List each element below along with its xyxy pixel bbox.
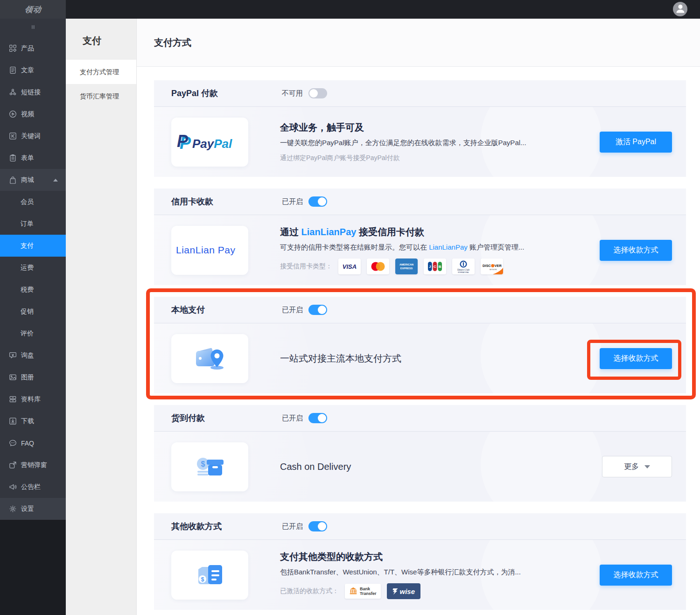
toggle-group: 不可用 [282, 88, 327, 98]
section-card-credit-card: LianLian Pay通过 LianLianPay 接受信用卡付款可支持的信用… [154, 215, 686, 285]
section-title: 本地支付 [171, 304, 282, 315]
card-title: 全球业务，触手可及 [280, 121, 600, 134]
toggle-knob [318, 306, 326, 314]
sidebar-item-video[interactable]: 视频 [0, 103, 66, 125]
visa-logo: VISA [338, 259, 361, 274]
sidebar-subitem-label: 支付 [21, 242, 34, 250]
toggle-switch-local-payment[interactable] [308, 305, 327, 315]
svg-text:PayPal: PayPal [192, 137, 232, 151]
section-header-paypal: PayPal 付款不可用 [154, 80, 686, 107]
svg-text:INTERNATIONAL: INTERNATIONAL [458, 272, 469, 273]
more-label: 更多 [624, 462, 639, 472]
section-card-local-payment: 一站式对接主流本地支付方式选择收款方式 [154, 323, 686, 393]
sidebar-item-inquiry[interactable]: 询盘 [0, 344, 66, 366]
sidebar-item-form[interactable]: 表单 [0, 147, 66, 169]
inline-link[interactable]: LianLianPay [429, 243, 468, 251]
section-card-other: $支付其他类型的收款方式包括BankTransfer、WestUnion、T/T… [154, 540, 686, 610]
choose-payment-button-other[interactable]: 选择收款方式 [600, 565, 672, 586]
sidebar-item-settings[interactable]: 设置 [0, 498, 66, 520]
payment-sections: PayPal 付款不可用PPPayPal全球业务，触手可及一键关联您的PayPa… [137, 67, 700, 610]
sidebar-item-popup[interactable]: 营销弹窗 [0, 454, 66, 476]
sidebar-item-shortlink[interactable]: 短链接 [0, 81, 66, 103]
card-note: 通过绑定PayPal商户账号接受PayPal付款 [280, 154, 600, 162]
card-title: 一站式对接主流本地支付方式 [280, 352, 600, 365]
sidebar-item-keyword[interactable]: 关键词 [0, 125, 66, 147]
sidebar-subitem-payment[interactable]: 支付 [0, 235, 66, 257]
sidebar-subitem-label: 税费 [21, 286, 34, 294]
sidebar-item-product[interactable]: 产品 [0, 37, 66, 59]
sidebar-item-board[interactable]: 公告栏 [0, 476, 66, 498]
svg-text:C: C [434, 265, 436, 269]
sidebar-subitem-shipping[interactable]: 运费 [0, 257, 66, 279]
section-paypal: PayPal 付款不可用PPPayPal全球业务，触手可及一键关联您的PayPa… [154, 80, 686, 177]
person-icon [673, 1, 687, 17]
card-action: 激活 PayPal [600, 132, 672, 153]
page-header: 支付方式 [137, 19, 700, 67]
sidebar-subitem-promotion[interactable]: 促销 [0, 301, 66, 322]
section-header-local-payment: 本地支付已开启 [154, 297, 686, 323]
card-note-label: 通过绑定PayPal商户账号接受PayPal付款 [280, 154, 400, 162]
grid-icon [9, 44, 17, 52]
svg-text:NETWORK: NETWORK [490, 269, 497, 271]
card-text: Cash on Delivery [280, 461, 602, 472]
sidebar-item-label: 设置 [21, 505, 34, 513]
lianlianpay-logo-tile: LianLian Pay [171, 226, 248, 275]
choose-payment-button-credit[interactable]: 选择收款方式 [600, 240, 672, 261]
secondary-sidebar: 支付 支付方式管理货币汇率管理 [66, 19, 137, 615]
collapse-icon [30, 24, 36, 32]
sidebar-subitem-tax[interactable]: 税费 [0, 279, 66, 301]
sidebar-item-library[interactable]: 资料库 [0, 388, 66, 410]
section-other: 其他收款方式已开启$支付其他类型的收款方式包括BankTransfer、West… [154, 513, 686, 610]
inline-link[interactable]: LianLianPay [301, 227, 357, 237]
subnav-item-currency-rates[interactable]: 货币汇率管理 [66, 84, 136, 108]
toggle-knob [318, 522, 326, 531]
sidebar-item-mall[interactable]: 商城 [0, 169, 66, 191]
sidebar-subitem-review[interactable]: 评价 [0, 322, 66, 344]
card-action: 选择收款方式 [600, 240, 672, 261]
sidebar-item-label: 文章 [21, 66, 34, 75]
section-header-credit-card: 信用卡收款已开启 [154, 189, 686, 215]
toggle-switch-other[interactable] [308, 521, 327, 531]
svg-text:AMERICAN: AMERICAN [399, 263, 413, 266]
sidebar-item-label: 下载 [21, 417, 34, 426]
wise-badge: wise [387, 583, 421, 599]
toggle-switch-paypal[interactable] [308, 88, 327, 98]
sidebar-subitem-member[interactable]: 会员 [0, 191, 66, 213]
archive-icon [9, 395, 17, 403]
toggle-switch-cod[interactable] [308, 413, 327, 423]
topbar: 领动 [0, 0, 700, 19]
svg-text:Diners Club: Diners Club [457, 268, 470, 271]
page-title: 支付方式 [154, 36, 191, 49]
paypal-logo-tile: PPPayPal [171, 118, 248, 167]
bank-icon [349, 587, 357, 596]
section-title: 信用卡收款 [171, 196, 282, 207]
choose-payment-button-local[interactable]: 选择收款方式 [600, 348, 672, 369]
sidebar-item-label: FAQ [21, 440, 34, 447]
sidebar-item-article[interactable]: 文章 [0, 59, 66, 81]
toggle-switch-credit-card[interactable] [308, 196, 327, 207]
sidebar-item-faq[interactable]: FAQ [0, 432, 66, 454]
subnav-item-label: 支付方式管理 [80, 68, 119, 76]
amex-logo: AMERICANEXPRESS [395, 259, 418, 274]
more-button[interactable]: 更多 [602, 456, 672, 477]
subnav-title: 支付 [66, 19, 136, 60]
sidebar-item-label: 资料库 [21, 395, 41, 404]
sidebar-subitem-label: 会员 [21, 198, 34, 206]
section-card-cod: $Cash on Delivery更多 [154, 432, 686, 502]
sidebar-collapse-button[interactable] [0, 19, 66, 37]
subnav-item-payment-methods[interactable]: 支付方式管理 [66, 60, 136, 84]
user-avatar-button[interactable] [673, 2, 687, 16]
sidebar-subitem-order[interactable]: 订单 [0, 213, 66, 235]
sidebar-item-gallery[interactable]: 图册 [0, 366, 66, 388]
activate-paypal-button[interactable]: 激活 PayPal [600, 132, 672, 153]
bank-transfer-label: BankTransfer [360, 587, 377, 596]
svg-text:LianLian Pay: LianLian Pay [176, 245, 235, 255]
megaphone-icon [9, 483, 17, 491]
sidebar-item-label: 视频 [21, 110, 34, 119]
svg-text:J: J [429, 265, 431, 269]
sidebar-menu: 产品文章短链接视频关键词表单商城会员订单支付运费税费促销评价询盘图册资料库下载F… [0, 37, 66, 520]
toggle-status-label: 不可用 [282, 89, 303, 98]
card-text: 全球业务，触手可及一键关联您的PayPal账户，全方位满足您的在线收款需求，支持… [280, 121, 600, 162]
sidebar-item-download[interactable]: 下载 [0, 410, 66, 432]
subnav-item-label: 货币汇率管理 [80, 92, 119, 100]
